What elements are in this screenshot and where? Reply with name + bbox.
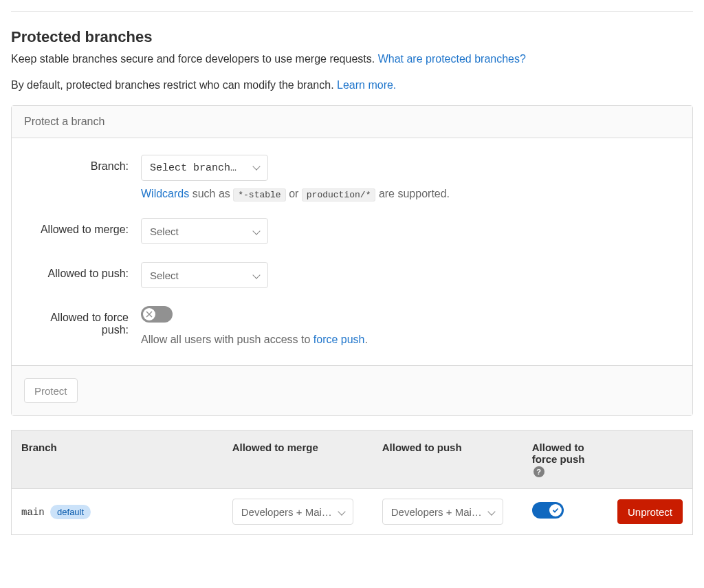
th-actions: [604, 431, 693, 489]
cell-actions: Unprotect: [604, 489, 693, 535]
branch-name: main: [21, 507, 45, 518]
default-badge: default: [50, 505, 91, 519]
chevron-down-icon: [339, 506, 344, 518]
what-are-protected-branches-link[interactable]: What are protected branches?: [378, 53, 526, 65]
card-body: Branch: Select branch… Wildcards such as…: [12, 138, 692, 365]
hint-code-2: production/*: [302, 188, 376, 202]
table-row: main default Developers + Mai… Developer…: [12, 489, 693, 535]
allowed-merge-select[interactable]: Select: [141, 218, 268, 244]
allowed-push-select[interactable]: Select: [141, 262, 268, 288]
chevron-down-icon: [254, 162, 259, 174]
cell-branch: main default: [12, 489, 223, 535]
toggle-knob: [143, 308, 155, 320]
learn-more-link[interactable]: Learn more.: [337, 79, 396, 91]
branch-row: Branch: Select branch… Wildcards such as…: [24, 155, 680, 200]
hint-end: are supported.: [375, 188, 450, 199]
allowed-push-row: Allowed to push: Select: [24, 262, 680, 288]
row-merge-text: Developers + Mai…: [241, 506, 332, 518]
th-allowed-push: Allowed to push: [373, 431, 522, 489]
help-icon[interactable]: ?: [534, 466, 544, 477]
row-push-select[interactable]: Developers + Mai…: [382, 499, 503, 525]
force-push-hint: Allow all users with push access to forc…: [141, 334, 680, 346]
allowed-force-push-label: Allowed to force push:: [24, 306, 141, 336]
chevron-down-icon: [489, 506, 494, 518]
hint-code-1: *-stable: [233, 188, 285, 202]
force-push-link[interactable]: force push: [314, 334, 365, 345]
protected-branches-table: Branch Allowed to merge Allowed to push …: [11, 430, 693, 535]
force-push-text-pre: Allow all users with push access to: [141, 334, 314, 345]
branch-select-text: Select branch…: [150, 162, 236, 174]
chevron-down-icon: [254, 226, 259, 237]
protect-button[interactable]: Protect: [24, 378, 78, 403]
th-force-push-text: Allowed to force push: [532, 442, 585, 465]
intro-2-text: By default, protected branches restrict …: [11, 79, 337, 91]
intro-1-text: Keep stable branches secure and force de…: [11, 53, 378, 65]
row-push-text: Developers + Mai…: [391, 506, 482, 518]
th-allowed-force-push: Allowed to force push ?: [522, 431, 604, 489]
intro-line-2: By default, protected branches restrict …: [11, 79, 693, 91]
protect-branch-card: Protect a branch Branch: Select branch… …: [11, 105, 693, 416]
check-icon: [552, 507, 559, 514]
cell-push: Developers + Mai…: [373, 489, 522, 535]
intro-line-1: Keep stable branches secure and force de…: [11, 53, 693, 65]
unprotect-button[interactable]: Unprotect: [617, 499, 683, 524]
th-allowed-merge: Allowed to merge: [223, 431, 373, 489]
chevron-down-icon: [254, 270, 259, 281]
cell-force-push: [522, 489, 604, 535]
force-push-text-post: .: [365, 334, 368, 345]
allowed-merge-label: Allowed to merge:: [24, 218, 141, 236]
force-push-toggle[interactable]: [141, 306, 173, 323]
hint-mid1: such as: [189, 188, 233, 199]
toggle-knob: [549, 504, 562, 516]
allowed-force-push-row: Allowed to force push: Allow all users w…: [24, 306, 680, 346]
branch-label: Branch:: [24, 155, 141, 173]
section-divider: [11, 11, 693, 12]
th-branch: Branch: [12, 431, 223, 489]
allowed-push-label: Allowed to push:: [24, 262, 141, 280]
branch-hint: Wildcards such as *-stable or production…: [141, 188, 680, 200]
allowed-push-select-text: Select: [150, 270, 179, 281]
row-force-push-toggle[interactable]: [532, 502, 564, 519]
hint-mid2: or: [286, 188, 302, 199]
branch-select[interactable]: Select branch…: [141, 155, 268, 181]
section-title: Protected branches: [11, 28, 693, 46]
allowed-merge-select-text: Select: [150, 226, 179, 237]
allowed-merge-row: Allowed to merge: Select: [24, 218, 680, 244]
close-icon: [146, 311, 153, 318]
card-header: Protect a branch: [12, 106, 692, 138]
cell-merge: Developers + Mai…: [223, 489, 373, 535]
wildcards-link[interactable]: Wildcards: [141, 188, 189, 199]
row-merge-select[interactable]: Developers + Mai…: [232, 499, 353, 525]
card-footer: Protect: [12, 365, 692, 415]
